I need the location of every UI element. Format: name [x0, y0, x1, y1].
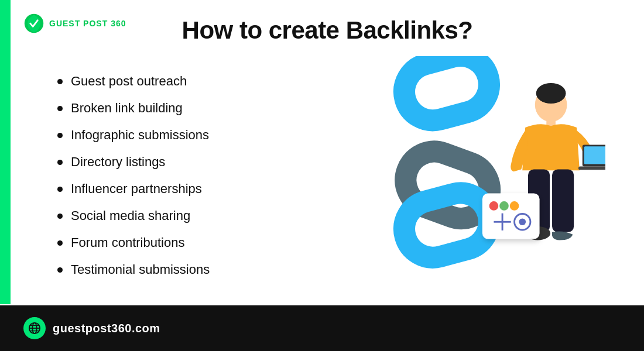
list-item: Testimonial submissions [57, 256, 333, 283]
list-item-text: Forum contributions [71, 235, 184, 250]
list-item-text: Directory listings [71, 154, 165, 170]
list-section: Guest post outreachBroken link buildingI… [28, 56, 333, 283]
svg-rect-9 [578, 167, 605, 170]
list-item: Forum contributions [57, 229, 333, 256]
bullet-icon [57, 187, 63, 192]
list-item: Guest post outreach [57, 68, 333, 95]
svg-rect-1 [398, 56, 496, 127]
svg-point-18 [519, 218, 526, 225]
bullet-icon [57, 267, 63, 273]
list-item-text: Guest post outreach [71, 74, 187, 89]
list-item: Infographic submissions [57, 122, 333, 149]
bottom-bar-content: guestpost360.com [23, 317, 160, 339]
list-item: Directory listings [57, 149, 333, 176]
svg-rect-11 [552, 169, 574, 232]
list-item-text: Infographic submissions [71, 128, 209, 143]
list-item-text: Testimonial submissions [71, 262, 210, 277]
bullet-icon [57, 240, 63, 246]
svg-point-15 [499, 201, 509, 211]
globe-icon [28, 322, 41, 335]
bullet-icon [57, 160, 63, 165]
list-item: Social media sharing [57, 202, 333, 229]
list-item: Influencer partnerships [57, 176, 333, 202]
svg-rect-8 [584, 146, 605, 164]
main-content: How to create Backlinks? Guest post outr… [11, 0, 644, 304]
page-title: How to create Backlinks? [28, 16, 626, 44]
bullet-icon [57, 106, 63, 111]
left-accent-bar [0, 0, 11, 304]
bullet-icon [57, 133, 63, 138]
website-url: guestpost360.com [53, 322, 160, 335]
svg-rect-13 [482, 193, 540, 239]
illustration-section [333, 56, 626, 302]
bottom-bar: guestpost360.com [0, 305, 644, 351]
backlinks-list: Guest post outreachBroken link buildingI… [57, 68, 333, 283]
chain-illustration [354, 56, 605, 302]
bullet-icon [57, 214, 63, 219]
list-item-text: Social media sharing [71, 208, 190, 223]
title-section: How to create Backlinks? [28, 0, 626, 50]
bullet-icon [57, 79, 63, 84]
list-item: Broken link building [57, 95, 333, 122]
svg-point-5 [536, 83, 566, 104]
content-area: Guest post outreachBroken link buildingI… [28, 50, 626, 304]
svg-point-14 [489, 201, 499, 211]
svg-point-16 [510, 201, 519, 211]
list-item-text: Influencer partnerships [71, 181, 202, 197]
list-item-text: Broken link building [71, 101, 183, 116]
globe-icon-wrap [23, 317, 46, 339]
